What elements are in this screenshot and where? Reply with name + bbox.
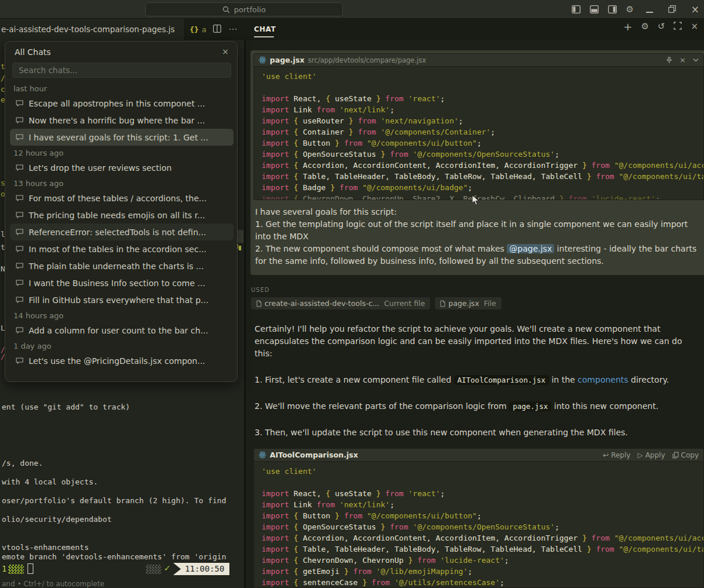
context-chip-pagejsx[interactable]: page.jsx File [435, 297, 502, 310]
settings-gear-icon[interactable]: ⚙ [626, 5, 634, 14]
status-check-icon: ✓ [164, 563, 171, 573]
chat-item[interactable]: ReferenceError: selectedTools is not def… [10, 223, 233, 240]
components-link[interactable]: components [578, 375, 629, 384]
clock-time: 11:00:50 [173, 563, 229, 575]
chat-item[interactable]: Add a column for user count to the bar c… [10, 322, 233, 339]
assistant-intro: Certainly! I'll help you refactor the sc… [255, 323, 698, 360]
split-pane-icon[interactable] [213, 24, 221, 35]
chat-bubble-icon [16, 246, 23, 253]
chat-list: last hour Escape all apostrophes in this… [10, 81, 233, 369]
close-block-icon[interactable]: × [679, 56, 686, 64]
code-block-header: AIToolComparison.jsx ↩Reply ▷Apply Copy [254, 449, 703, 462]
terminal-cursor [28, 563, 33, 574]
prompt-job-number: 1 [2, 564, 6, 573]
toggle-bottom-dock-icon[interactable] [590, 5, 599, 13]
popup-title: All Chats [15, 47, 51, 57]
used-label: USED [251, 287, 702, 293]
copy-button[interactable]: Copy [672, 451, 699, 459]
chat-bubble-icon [16, 357, 23, 365]
user-message-card: page.jsx src/app/devtools/compare/page.j… [250, 50, 704, 275]
chat-bubble-icon [16, 263, 23, 270]
apply-icon: ▷ [637, 451, 643, 459]
chat-item[interactable]: I want the Business Info section to come… [10, 274, 233, 291]
chat-bubble-icon [16, 229, 23, 236]
new-chat-plus-icon[interactable]: + [623, 22, 632, 32]
close-window-button[interactable]: × [691, 4, 699, 15]
chat-item-selected[interactable]: I have several goals for this script: 1.… [10, 129, 233, 146]
assistant-step1: 1. First, let's create a new component f… [255, 374, 698, 386]
chat-bubble-icon [16, 280, 23, 287]
pin-icon[interactable] [666, 57, 672, 64]
chevron-down-icon[interactable] [693, 58, 699, 62]
project-search[interactable]: portfolio [145, 2, 343, 16]
expand-icon[interactable] [674, 21, 682, 32]
react-icon [259, 56, 266, 64]
assistant-step3: 3. Then, we'll update the script to use … [255, 427, 698, 439]
chat-bubble-icon [16, 212, 23, 219]
apply-button[interactable]: ▷Apply [637, 451, 665, 459]
terminal-output: ent (use "git add" to track) /s, done. w… [2, 403, 242, 562]
chats-search-input[interactable] [12, 63, 231, 78]
tabbar: e-ai-assisted-dev-tools-comparison-pages… [0, 19, 704, 40]
chat-settings-gear-icon[interactable]: ⚙ [641, 22, 648, 31]
code-block-aitoolcomparison: AIToolComparison.jsx ↩Reply ▷Apply Copy … [253, 448, 704, 588]
tab-file[interactable]: e-ai-assisted-dev-tools-comparison-pages… [0, 19, 185, 40]
chat-bubble-icon [16, 327, 23, 334]
app-window: portfolio ⚙ × e-ai-assisted-dev-tools-co… [0, 0, 704, 588]
chat-group-label: 14 hours ago [13, 311, 233, 320]
code-block-filename: page.jsx [270, 56, 304, 64]
chat-item[interactable]: The plain table underneath the charts is… [10, 257, 233, 274]
restore-button[interactable] [668, 4, 676, 15]
chat-group-label: 13 hours ago [13, 179, 233, 188]
chat-item[interactable]: For most of these tables / accordions, t… [10, 190, 233, 207]
tab-overflow-menu[interactable]: ⋯ [228, 24, 238, 35]
chat-item[interactable]: Fill in GitHub stars everywhere that tha… [10, 291, 233, 308]
reply-button[interactable]: ↩Reply [603, 451, 630, 459]
chat-bubble-icon [16, 297, 23, 304]
history-icon[interactable]: ↺ [658, 22, 665, 31]
code-block-pagejsx: page.jsx src/app/devtools/compare/page.j… [253, 53, 704, 200]
toggle-right-dock-icon[interactable] [608, 5, 617, 13]
assistant-step2: 2. We'll move the relevant parts of the … [255, 400, 698, 412]
mouse-cursor [472, 195, 479, 205]
code-block-filepath: src/app/devtools/compare/page.jsx [308, 56, 426, 64]
scrollbar-search-tick [239, 246, 241, 250]
chat-item[interactable]: Escape all apostrophes in this componet … [10, 95, 233, 112]
titlebar: portfolio ⚙ × [0, 0, 704, 19]
chat-item[interactable]: Now there's a horrific bug where the bar… [10, 112, 233, 129]
assistant-message: Certainly! I'll help you refactor the sc… [255, 323, 698, 464]
hidden-text-fragment: a [202, 25, 207, 34]
chat-item[interactable]: Let's use the @PricingDetails.jsx compon… [10, 352, 233, 369]
popup-close-icon[interactable]: × [222, 47, 229, 56]
chat-panel-toolbar: + ⚙ ↺ × [623, 21, 698, 32]
chat-item[interactable]: Let's drop the user reviews section [10, 159, 233, 176]
code-content: 'use client' import React, { useState } … [254, 462, 703, 588]
close-chat-icon[interactable]: × [691, 22, 698, 31]
minimize-button[interactable] [646, 4, 653, 15]
chat-item[interactable]: The pricing table needs emojis on all it… [10, 207, 233, 223]
chat-group-label: 12 hours ago [13, 149, 233, 157]
file-mention-chip[interactable]: @page.jsx [507, 244, 554, 253]
tab-file-label: e-ai-assisted-dev-tools-comparison-pages… [1, 25, 175, 34]
chat-bubble-icon [16, 195, 23, 202]
user-message-text: I have several goals for this script: 1.… [255, 206, 700, 267]
chat-bubble-icon [16, 134, 23, 141]
tab-chat[interactable]: CHAT [254, 19, 276, 40]
toggle-left-dock-icon[interactable] [572, 5, 581, 13]
code-block-filename: AIToolComparison.jsx [270, 451, 358, 459]
file-icon [440, 300, 445, 307]
code-content: 'use client' import React, { useState } … [254, 67, 703, 200]
copy-icon [672, 452, 679, 459]
language-braces-icon: {} [190, 25, 199, 34]
react-icon [259, 451, 266, 459]
chat-panel: page.jsx src/app/devtools/compare/page.j… [246, 40, 704, 588]
chat-item[interactable]: In most of the tables in the accordion s… [10, 240, 233, 257]
terminal-hint: and • Ctrl+/ to autocomplete [2, 580, 104, 588]
code-block-header: page.jsx src/app/devtools/compare/page.j… [254, 54, 703, 67]
chat-bubble-icon [16, 117, 23, 124]
context-chip-current-file[interactable]: create-ai-assisted-dev-tools-c... Curren… [251, 297, 430, 310]
editor-scrollbar-thumb[interactable] [238, 230, 243, 243]
prompt-dither-green [8, 565, 24, 574]
chat-bubble-icon [16, 100, 23, 107]
inline-code: page.jsx [509, 401, 551, 411]
